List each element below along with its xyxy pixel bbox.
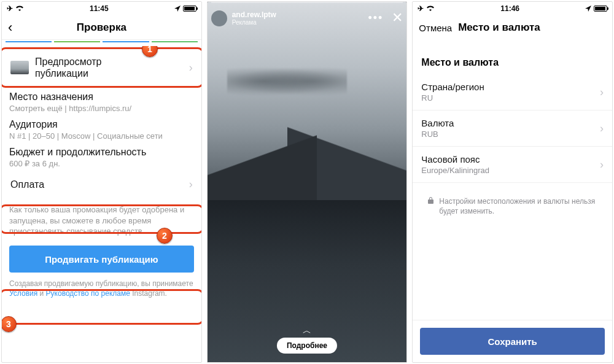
budget-label: Бюджет и продолжительность: [9, 147, 194, 158]
wifi-icon: [15, 6, 24, 12]
chevron-up-icon: ︿: [303, 325, 311, 336]
clock: 11:46: [500, 4, 519, 13]
chevron-right-icon: ›: [600, 122, 604, 135]
terms-link-ad-guide[interactable]: Руководство по рекламе: [46, 289, 130, 298]
promote-button-label: Продвигать публикацию: [45, 254, 158, 265]
story-cta[interactable]: ︿ Подробнее: [277, 325, 337, 354]
preview-thumbnail: [10, 61, 29, 74]
progress-segments: [2, 40, 201, 46]
learn-more-label: Подробнее: [287, 341, 327, 350]
budget-value: 600 ₽ за 6 дн.: [9, 159, 194, 168]
story-username[interactable]: and.rew.lptw: [232, 10, 276, 19]
chevron-right-icon: ›: [600, 158, 604, 171]
page-title: Место и валюта: [458, 21, 540, 34]
battery-icon: [594, 6, 607, 12]
wifi-icon: [426, 6, 435, 12]
locked-settings-note: Настройки местоположения и валюты нельзя…: [413, 183, 612, 230]
currency-value: RUB: [421, 130, 454, 139]
chevron-right-icon: ›: [189, 61, 193, 74]
story-progress: [211, 2, 403, 3]
story-media[interactable]: and.rew.lptw Реклама ••• ✕ ︿ Подробнее: [208, 2, 407, 362]
chevron-right-icon: ›: [189, 178, 193, 191]
destination-label: Место назначения: [9, 91, 194, 103]
country-row[interactable]: Страна/регион RU ›: [413, 74, 612, 110]
learn-more-button[interactable]: Подробнее: [277, 338, 337, 354]
timezone-label: Часовой пояс: [421, 154, 489, 165]
story-header: and.rew.lptw Реклама ••• ✕: [211, 6, 403, 26]
save-button[interactable]: Сохранить: [420, 328, 605, 355]
callout-badge-3: 3: [2, 316, 17, 332]
preview-label-line2: публикации: [35, 68, 102, 79]
audience-value: N #1 | 20–50 | Moscow | Социальные сети: [9, 131, 194, 141]
promote-button[interactable]: Продвигать публикацию: [9, 246, 194, 273]
clock: 11:45: [90, 4, 109, 13]
battery-icon: [183, 6, 196, 12]
avatar[interactable]: [211, 10, 227, 26]
preview-row[interactable]: Предпросмотр публикации ›: [9, 50, 194, 85]
locked-settings-text: Настройки местоположения и валюты нельзя…: [439, 196, 597, 216]
footer: Сохранить: [413, 320, 612, 362]
location-icon: [585, 6, 591, 12]
chevron-right-icon: ›: [600, 86, 604, 99]
destination-value: Смотреть ещё | https://lumpics.ru/: [9, 104, 194, 113]
terms-link-conditions[interactable]: Условия: [9, 289, 37, 298]
timezone-row[interactable]: Часовой пояс Europe/Kaliningrad ›: [413, 147, 612, 183]
close-icon[interactable]: ✕: [392, 10, 403, 26]
audience-label: Аудитория: [9, 119, 194, 130]
status-bar: ✈︎ 11:45: [2, 2, 201, 15]
currency-label: Валюта: [421, 118, 454, 128]
back-button[interactable]: ‹: [8, 20, 12, 36]
save-button-label: Сохранить: [488, 336, 537, 347]
preview-label-line1: Предпросмотр: [35, 56, 102, 68]
country-label: Страна/регион: [421, 82, 484, 92]
cancel-button[interactable]: Отмена: [419, 23, 452, 33]
screen-story-preview: and.rew.lptw Реклама ••• ✕ ︿ Подробнее: [207, 1, 408, 363]
location-icon: [174, 6, 181, 12]
airplane-mode-icon: ✈︎: [418, 4, 424, 13]
payment-row[interactable]: Оплата ›: [9, 168, 194, 197]
callout-badge-2: 2: [157, 228, 173, 244]
header: Отмена Место и валюта: [413, 15, 612, 40]
status-bar: ✈︎ 11:46: [413, 2, 612, 15]
lock-icon: [427, 196, 434, 206]
header: ‹ Проверка: [2, 15, 201, 40]
timezone-value: Europe/Kaliningrad: [421, 166, 489, 175]
screen-locale-currency: ✈︎ 11:46 Отмена Место и валюта Место и в…: [412, 1, 613, 363]
page-title: Проверка: [77, 21, 126, 34]
story-sponsored-label: Реклама: [232, 19, 276, 26]
currency-row[interactable]: Валюта RUB ›: [413, 110, 612, 147]
section-header: Место и валюта: [413, 40, 612, 74]
screen-review: ✈︎ 11:45 ‹ Проверка Предпросмотр публика: [1, 1, 202, 363]
terms-text: Создавая продвигаемую публикацию, вы при…: [9, 279, 194, 298]
payment-label: Оплата: [10, 179, 44, 190]
country-value: RU: [421, 93, 484, 103]
airplane-mode-icon: ✈︎: [7, 4, 13, 13]
